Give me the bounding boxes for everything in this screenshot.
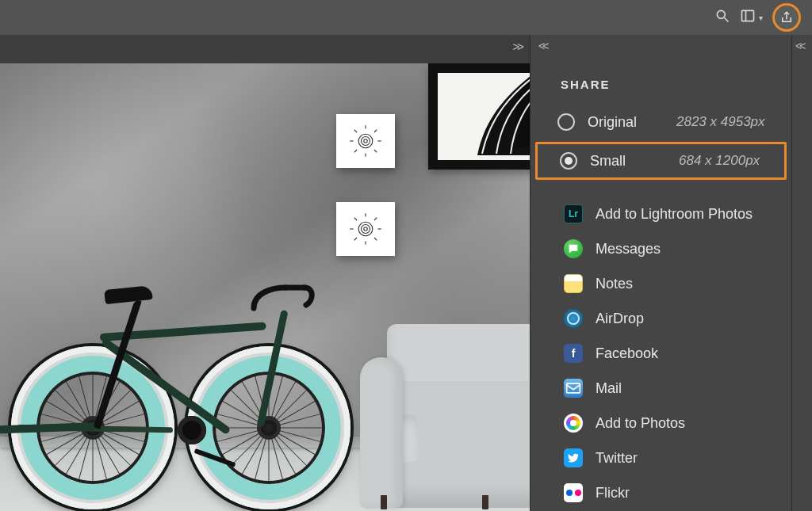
share-size-dimensions: 684 x 1200px — [679, 153, 760, 169]
svg-point-0 — [717, 10, 725, 18]
wall-art-small-2 — [336, 202, 395, 256]
workspace-switcher[interactable]: ▾ — [740, 8, 763, 27]
flickr-icon — [564, 483, 583, 502]
svg-point-16 — [362, 225, 370, 234]
wall-art-small-1 — [336, 114, 395, 168]
share-size-original[interactable]: Original 2823 x 4953px — [530, 105, 791, 139]
bicycle — [21, 256, 370, 509]
photos-icon — [564, 414, 583, 433]
share-destination-list: Lr Add to Lightroom Photos Messages Note… — [530, 199, 791, 508]
twitter-icon — [564, 448, 583, 467]
share-size-label: Small — [590, 153, 666, 170]
app-toolbar: ▾ — [0, 0, 812, 35]
lightroom-icon: Lr — [564, 204, 583, 223]
radio-icon — [560, 152, 577, 170]
share-size-small[interactable]: Small 684 x 1200px — [535, 142, 787, 180]
image-scene — [0, 63, 530, 511]
share-destination-label: Add to Photos — [596, 415, 685, 432]
document-tab-strip: >> — [0, 35, 530, 63]
share-destination-label: Flickr — [596, 485, 630, 501]
share-destination-label: AirDrop — [596, 311, 644, 327]
panel-layout-icon — [740, 8, 756, 27]
share-destination-twitter[interactable]: Twitter — [530, 443, 791, 473]
svg-point-6 — [358, 134, 373, 148]
svg-line-25 — [354, 238, 357, 240]
svg-point-17 — [358, 222, 373, 236]
collapse-right-rail-icon[interactable]: << — [795, 40, 803, 52]
facebook-icon: f — [564, 344, 583, 363]
document-canvas[interactable] — [0, 63, 530, 511]
svg-line-13 — [374, 130, 377, 132]
share-destination-label: Notes — [596, 276, 633, 292]
share-destination-label: Facebook — [596, 345, 658, 362]
svg-rect-26 — [567, 383, 580, 393]
share-icon — [779, 10, 794, 25]
collapse-share-panel-icon[interactable]: << — [538, 40, 546, 52]
svg-line-1 — [725, 18, 729, 22]
share-destination-label: Add to Lightroom Photos — [596, 206, 753, 223]
svg-line-12 — [374, 150, 377, 152]
collapse-panel-icon[interactable]: >> — [512, 40, 522, 53]
svg-line-23 — [374, 238, 377, 240]
mail-icon — [564, 379, 583, 398]
sofa — [363, 310, 530, 508]
share-panel: << SHARE Original 2823 x 4953px Small 68… — [530, 35, 791, 511]
notes-icon — [564, 274, 583, 293]
share-destination-mail[interactable]: Mail — [530, 373, 791, 403]
share-destination-flickr[interactable]: Flickr — [530, 478, 791, 508]
svg-rect-2 — [742, 10, 754, 21]
share-size-label: Original — [588, 114, 664, 131]
share-panel-title: SHARE — [530, 35, 791, 105]
airdrop-icon — [564, 309, 583, 328]
radio-icon — [557, 113, 575, 131]
svg-point-4 — [364, 139, 367, 143]
share-button[interactable] — [772, 3, 801, 32]
share-destination-notes[interactable]: Notes — [530, 269, 791, 299]
svg-line-22 — [354, 218, 357, 220]
share-destination-messages[interactable]: Messages — [530, 234, 791, 264]
svg-point-5 — [362, 137, 370, 146]
right-panel-rail: << — [791, 35, 812, 511]
share-destination-facebook[interactable]: f Facebook — [530, 338, 791, 368]
svg-line-11 — [354, 130, 357, 132]
share-destination-label: Twitter — [596, 450, 638, 467]
share-destination-label: Mail — [596, 380, 622, 397]
messages-icon — [564, 239, 583, 258]
svg-line-14 — [354, 150, 357, 152]
share-destination-photos[interactable]: Add to Photos — [530, 408, 791, 438]
share-size-dimensions: 2823 x 4953px — [676, 114, 765, 130]
share-destination-lightroom[interactable]: Lr Add to Lightroom Photos — [530, 199, 791, 229]
svg-point-15 — [364, 227, 367, 231]
search-icon[interactable] — [714, 8, 730, 27]
svg-line-24 — [374, 218, 377, 220]
share-destination-label: Messages — [596, 241, 661, 257]
chevron-down-icon: ▾ — [759, 13, 763, 22]
share-destination-airdrop[interactable]: AirDrop — [530, 303, 791, 334]
wall-art-plant-frame — [428, 63, 530, 170]
